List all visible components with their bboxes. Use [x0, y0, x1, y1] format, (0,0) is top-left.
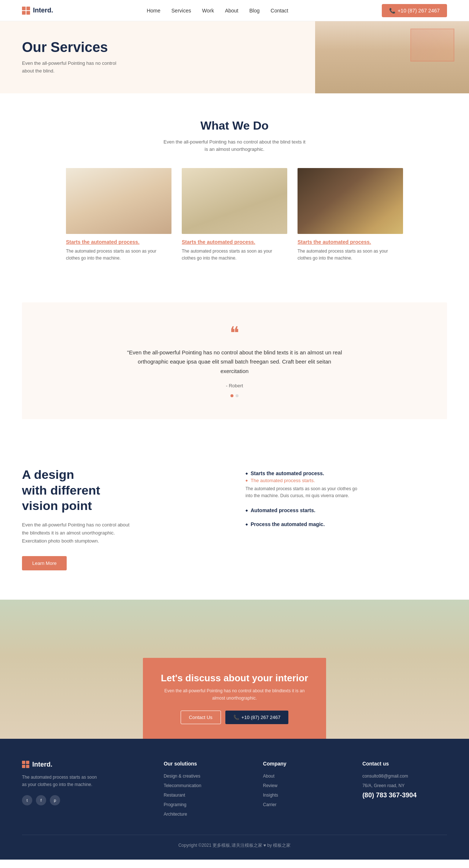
logo-icon [22, 7, 30, 15]
footer-solution-2[interactable]: Telecommunication [164, 783, 202, 788]
card-title-3[interactable]: Starts the automated process. [298, 239, 403, 245]
footer-solution-1[interactable]: Design & creatives [164, 774, 200, 779]
card-title-2[interactable]: Starts the automated process. [182, 239, 287, 245]
cta-phone-button[interactable]: 📞 +10 (87) 267 2467 [225, 711, 289, 724]
footer-company-list: About Review Insights Carrier [263, 772, 348, 808]
cta-overlay: Let's discuss about your interior Even t… [143, 658, 326, 738]
feature-item-3: Process the automated magic. [245, 521, 447, 527]
footer-contact: Contact us consulto98@gmail.com 76/A, Gr… [362, 761, 447, 820]
feature-subtitle-1: The automated process starts. [245, 478, 447, 483]
nav-home[interactable]: Home [147, 8, 160, 14]
dot-inactive[interactable] [236, 394, 239, 397]
cta-title: Let's discuss about your interior [158, 673, 311, 684]
design-right: Starts the automated process. The automa… [245, 467, 447, 535]
nav-work[interactable]: Work [202, 8, 214, 14]
cta-subtitle: Even the all-powerful Pointing has no co… [158, 688, 311, 701]
footer-logo: Interd. [22, 761, 149, 768]
service-card-3: Starts the automated process. The automa… [298, 168, 403, 262]
learn-more-button[interactable]: Learn More [22, 556, 67, 570]
feature-item-1: Starts the automated process. The automa… [245, 470, 447, 499]
footer-social: t f p [22, 795, 149, 805]
room-visual-2 [182, 168, 287, 234]
card-image-1 [66, 168, 171, 234]
footer-company-3[interactable]: Insights [263, 793, 278, 798]
social-pinterest[interactable]: p [50, 795, 60, 805]
footer-contact-heading: Contact us [362, 761, 447, 767]
what-we-do-section: What We Do Even the all-powerful Pointin… [0, 93, 469, 284]
what-title: What We Do [22, 119, 447, 133]
cta-buttons: Contact Us 📞 +10 (87) 267 2467 [158, 711, 311, 724]
feature-title-3: Process the automated magic. [245, 521, 447, 527]
design-description: Even the all-powerful Pointing has no co… [22, 521, 132, 545]
nav-phone-button[interactable]: 📞 +10 (87) 267 2467 [382, 4, 447, 17]
hero-section: Our Services Even the all-powerful Point… [0, 21, 469, 93]
phone-icon-cta: 📞 [233, 715, 239, 720]
footer-solution-4[interactable]: Programing [164, 802, 187, 807]
hero-image [315, 21, 469, 93]
nav-blog[interactable]: Blog [249, 8, 259, 14]
footer-solutions-heading: Our solutions [164, 761, 248, 767]
hero-left: Our Services Even the all-powerful Point… [0, 21, 315, 93]
feature-title-1: Starts the automated process. [245, 470, 447, 476]
room-visual-1 [66, 168, 171, 234]
cta-section: Let's discuss about your interior Even t… [0, 600, 469, 739]
quote-icon: ❝ [51, 324, 418, 342]
nav-contact[interactable]: Contact [271, 8, 288, 14]
footer-solution-3[interactable]: Restaurant [164, 793, 185, 798]
card-body-3: The automated process starts as soon as … [298, 248, 403, 262]
testimonial-section: ❝ "Even the all-powerful Pointing has no… [22, 302, 447, 420]
testimonial-quote: "Even the all-powerful Pointing has no c… [125, 348, 344, 376]
footer: Interd. The automated process starts as … [0, 739, 469, 860]
footer-solutions-list: Design & creatives Telecommunication Res… [164, 772, 248, 817]
copyright-text: Copyright ©2021 更多模板,请关注模板之家 ♥ by 模板之家 [178, 843, 291, 848]
contact-us-button[interactable]: Contact Us [181, 711, 221, 724]
nav-logo: Interd. [22, 7, 53, 15]
footer-solution-5[interactable]: Architecture [164, 812, 187, 817]
footer-company: Company About Review Insights Carrier [263, 761, 348, 820]
service-card-2: Starts the automated process. The automa… [182, 168, 287, 262]
room-visual-3 [298, 168, 403, 234]
nav-about[interactable]: About [225, 8, 239, 14]
card-body-2: The automated process starts as soon as … [182, 248, 287, 262]
hero-decor [410, 29, 454, 62]
design-left: A design with different vision point Eve… [22, 467, 224, 570]
footer-solutions: Our solutions Design & creatives Telecom… [164, 761, 248, 820]
feature-title-2: Automated process starts. [245, 507, 447, 513]
footer-company-2[interactable]: Review [263, 783, 277, 788]
design-section: A design with different vision point Eve… [0, 437, 469, 600]
footer-grid: Interd. The automated process starts as … [22, 761, 447, 820]
navbar: Interd. Home Services Work About Blog Co… [0, 0, 469, 21]
card-body-1: The automated process starts as soon as … [66, 248, 171, 262]
what-subtitle: Even the all-powerful Pointing has no co… [161, 138, 308, 154]
phone-icon: 📞 [389, 8, 395, 14]
card-image-2 [182, 168, 287, 234]
footer-address: 76/A, Green road, NY [362, 783, 405, 788]
footer-email[interactable]: consulto98@gmail.com [362, 774, 408, 779]
footer-company-4[interactable]: Carrier [263, 802, 277, 807]
card-title-1[interactable]: Starts the automated process. [66, 239, 171, 245]
footer-bottom: Copyright ©2021 更多模板,请关注模板之家 ♥ by 模板之家 [22, 835, 447, 849]
footer-company-heading: Company [263, 761, 348, 767]
social-facebook[interactable]: f [36, 795, 46, 805]
footer-phone: (80) 783 367-3904 [362, 791, 447, 799]
service-card-1: Starts the automated process. The automa… [66, 168, 171, 262]
testimonial-author: - Robert [51, 383, 418, 388]
hero-title: Our Services [22, 40, 293, 55]
footer-brand: Interd. The automated process starts as … [22, 761, 149, 820]
feature-body-1: The automated process starts as soon as … [245, 485, 363, 499]
footer-logo-icon [22, 761, 29, 768]
social-twitter[interactable]: t [22, 795, 32, 805]
feature-item-2: Automated process starts. [245, 507, 447, 513]
design-heading: A design with different vision point [22, 467, 224, 514]
cards-grid: Starts the automated process. The automa… [66, 168, 403, 262]
footer-company-1[interactable]: About [263, 774, 274, 779]
hero-subtitle: Even the all-powerful Pointing has no co… [22, 60, 117, 75]
nav-services[interactable]: Services [171, 8, 191, 14]
nav-links: Home Services Work About Blog Contact [147, 7, 288, 14]
footer-contact-list: consulto98@gmail.com 76/A, Green road, N… [362, 772, 447, 789]
logo-text: Interd. [33, 7, 53, 14]
dot-active[interactable] [230, 394, 233, 397]
hero-room-visual [315, 21, 469, 93]
card-image-3 [298, 168, 403, 234]
footer-description: The automated process starts as soon as … [22, 774, 103, 789]
